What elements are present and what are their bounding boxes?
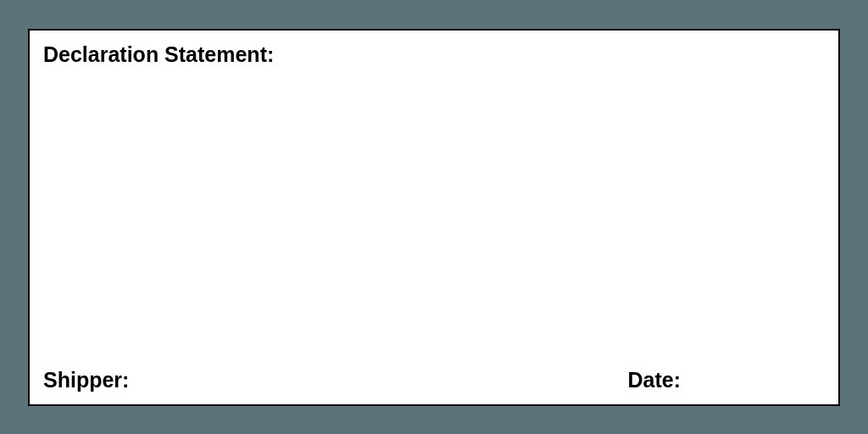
date-label: Date: [627,368,681,392]
declaration-statement-label: Declaration Statement: [43,42,825,67]
signature-row: Shipper: Date: [43,368,825,392]
shipper-label: Shipper: [43,368,129,392]
declaration-form-box: Declaration Statement: Shipper: Date: [28,29,840,406]
